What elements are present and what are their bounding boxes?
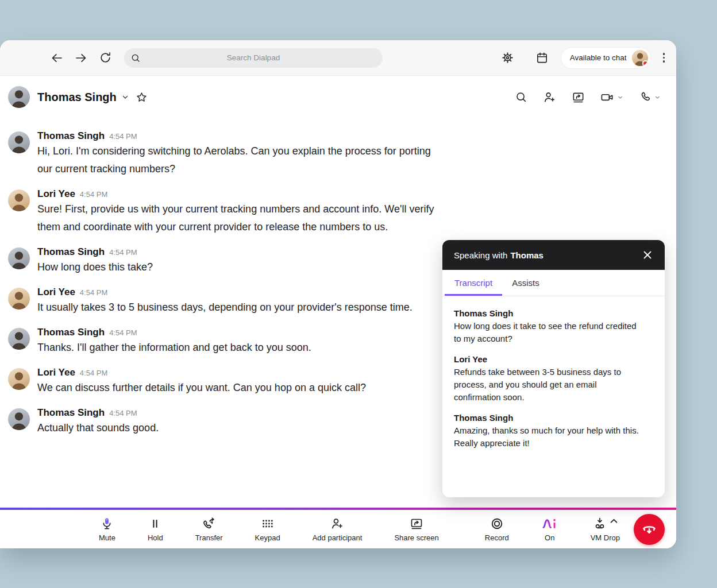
top-bar: Available to chat: [0, 40, 676, 76]
sender-avatar: [8, 247, 30, 269]
keypad-icon: [261, 517, 275, 531]
search-icon: [130, 53, 141, 63]
speaking-with-label: Speaking with: [454, 250, 507, 260]
sender-avatar: [8, 288, 30, 310]
settings-button[interactable]: [499, 49, 516, 67]
transcript-text: Refunds take between 3-5 business days t…: [454, 366, 646, 404]
screen-share-icon: [410, 517, 423, 531]
contact-avatar: [8, 86, 30, 108]
sender-name: Thomas Singh: [37, 407, 105, 419]
arrow-right-icon: [74, 51, 88, 65]
message-text: Actually that sounds good.: [37, 419, 159, 437]
share-screen-button[interactable]: [572, 91, 585, 104]
forward-button[interactable]: [72, 49, 90, 67]
mute-button[interactable]: Mute: [99, 516, 115, 542]
calendar-button[interactable]: [534, 49, 551, 67]
call-control-bar: Mute Hold Transfer: [0, 510, 676, 548]
sender-avatar: [8, 408, 30, 430]
sender-name: Thomas Singh: [37, 130, 105, 142]
chevron-down-icon: [616, 94, 624, 101]
message-timestamp: 4:54 PM: [109, 248, 137, 257]
calendar-icon: [535, 51, 549, 64]
speaking-with-name: Thomas: [510, 250, 543, 260]
message-timestamp: 4:54 PM: [109, 409, 137, 417]
sender-name: Thomas Singh: [37, 246, 105, 258]
add-participant-button[interactable]: Add participant: [313, 516, 363, 542]
sender-name: Thomas Singh: [37, 327, 105, 338]
record-icon: [490, 517, 504, 531]
conversation-title: Thomas Singh: [37, 91, 117, 104]
transcript-text: How long does it take to see the refund …: [454, 320, 646, 345]
message-text: It usually takes 3 to 5 business days, d…: [37, 299, 413, 316]
arrow-left-icon: [50, 51, 64, 65]
transfer-button[interactable]: Transfer: [195, 516, 223, 542]
panel-tabs: Transcript Assists: [442, 270, 665, 296]
transcript-entry: Thomas Singh How long does it take to se…: [454, 307, 653, 345]
availability-status[interactable]: Available to chat: [561, 48, 650, 68]
call-button[interactable]: [639, 91, 661, 103]
search-bar[interactable]: [124, 48, 383, 68]
ai-toggle-button[interactable]: On: [541, 516, 558, 542]
screen-share-icon: [572, 91, 585, 104]
sender-avatar: [8, 189, 30, 211]
video-camera-icon: [600, 90, 615, 105]
message-timestamp: 4:54 PM: [109, 132, 137, 141]
refresh-icon: [99, 51, 112, 64]
user-avatar: [632, 50, 648, 66]
message-timestamp: 4:54 PM: [80, 190, 107, 199]
search-in-conversation-button[interactable]: [515, 91, 527, 103]
sender-name: Lori Yee: [37, 287, 75, 298]
share-screen-button[interactable]: Share screen: [394, 516, 438, 542]
message-row: Thomas Singh 4:54 PM Hi, Lori. I'm consi…: [8, 125, 676, 183]
microphone-icon: [100, 517, 114, 531]
sender-name: Lori Yee: [37, 188, 75, 200]
pause-icon: [149, 517, 161, 530]
sender-name: Lori Yee: [37, 367, 75, 378]
transcript-speaker: Thomas Singh: [454, 307, 653, 320]
end-call-button[interactable]: [634, 514, 665, 545]
transcript-entry: Lori Yee Refunds take between 3-5 busine…: [454, 353, 653, 404]
live-call-panel-header: Speaking with Thomas: [442, 240, 665, 270]
conversation-header: Thomas Singh: [0, 76, 676, 118]
tab-assists[interactable]: Assists: [502, 270, 549, 296]
dialpad-ai-icon: [541, 517, 558, 531]
transcript-entry: Thomas Singh Amazing, thanks so much for…: [454, 412, 653, 450]
add-person-button[interactable]: [543, 91, 556, 104]
keypad-button[interactable]: Keypad: [255, 516, 280, 542]
phone-icon: [639, 91, 652, 103]
transcript-content: Thomas Singh How long does it take to se…: [442, 296, 665, 469]
close-panel-button[interactable]: [639, 247, 656, 263]
more-options-button[interactable]: [661, 51, 668, 65]
vm-drop-button[interactable]: VM Drop: [591, 516, 620, 542]
chevron-up-icon: [610, 518, 618, 524]
search-icon: [515, 91, 527, 103]
hold-button[interactable]: Hold: [148, 516, 163, 542]
message-row: Lori Yee 4:54 PM Sure! First, provide us…: [8, 183, 676, 241]
tab-transcript[interactable]: Transcript: [445, 270, 502, 296]
message-text: How long does this take?: [37, 258, 153, 276]
transcript-text: Amazing, thanks so much for your help wi…: [454, 424, 646, 450]
record-button[interactable]: Record: [485, 516, 509, 542]
transcript-speaker: Thomas Singh: [454, 412, 653, 424]
sender-avatar: [8, 131, 30, 153]
gear-icon: [501, 51, 514, 64]
contact-menu-chevron[interactable]: [121, 92, 130, 102]
search-input[interactable]: [124, 48, 383, 68]
person-add-icon: [543, 91, 556, 104]
message-timestamp: 4:54 PM: [80, 288, 107, 297]
transcript-speaker: Lori Yee: [454, 353, 653, 366]
message-text: Thanks. I'll gather the information and …: [37, 339, 311, 357]
favorite-button[interactable]: [136, 91, 148, 103]
availability-label: Available to chat: [570, 53, 627, 62]
message-timestamp: 4:54 PM: [109, 328, 137, 337]
voicemail-drop-icon: [593, 517, 607, 531]
sender-avatar: [8, 368, 30, 390]
sender-avatar: [8, 328, 30, 350]
chevron-down-icon: [121, 92, 130, 102]
refresh-button[interactable]: [97, 49, 114, 67]
chevron-down-icon: [654, 94, 661, 101]
back-button[interactable]: [48, 49, 65, 67]
message-text: Sure! First, provide us with your curren…: [37, 200, 440, 236]
hang-up-icon: [641, 521, 658, 538]
video-call-button[interactable]: [600, 90, 624, 105]
